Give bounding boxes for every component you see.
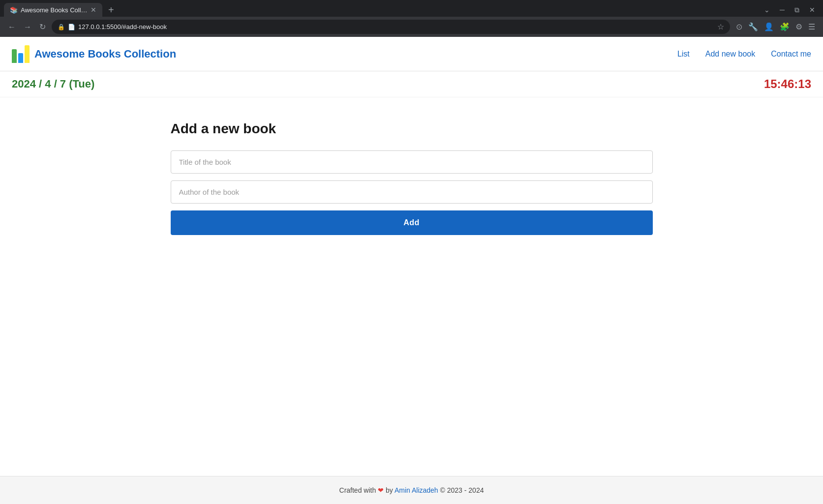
page-icon: 📄 (68, 24, 75, 30)
footer-middle: by (386, 486, 393, 494)
footer-prefix: Crafted with (339, 486, 376, 494)
navbar: Awesome Books Collection List Add new bo… (0, 37, 823, 71)
browser-toolbar: ← → ↻ 🔒 📄 127.0.0.1:5500/#add-new-book ☆… (0, 17, 823, 37)
footer-suffix: © 2023 - 2024 (440, 486, 484, 494)
tab-favicon-icon: 📚 (10, 6, 18, 14)
menu-icon[interactable]: ☰ (806, 20, 817, 33)
nav-link-add-new-book[interactable]: Add new book (705, 50, 755, 59)
settings-icon[interactable]: ⚙ (793, 20, 804, 33)
browser-chrome: 📚 Awesome Books Collecti ✕ + ⌄ ─ ⧉ ✕ ← →… (0, 0, 823, 37)
book-title-input[interactable] (171, 150, 653, 174)
main-content: Add a new book Add (0, 97, 823, 476)
forward-button[interactable]: → (22, 21, 33, 33)
tab-title: Awesome Books Collecti (21, 6, 88, 14)
logo-bar-blue (18, 53, 23, 63)
new-tab-button[interactable]: + (104, 4, 118, 16)
footer: Crafted with ❤ by Amin Alizadeh © 2023 -… (0, 476, 823, 504)
logo (12, 45, 30, 63)
url-display: 127.0.0.1:5500/#add-new-book (78, 23, 167, 30)
window-close-icon[interactable]: ✕ (805, 6, 819, 14)
window-minimize-icon[interactable]: ─ (776, 6, 789, 14)
reload-button[interactable]: ↻ (37, 20, 48, 33)
logo-bar-green (12, 49, 17, 63)
heart-icon: ❤ (378, 486, 384, 494)
address-text: 127.0.0.1:5500/#add-new-book (78, 23, 714, 30)
nav-link-list[interactable]: List (677, 50, 690, 59)
tab-close-icon[interactable]: ✕ (91, 6, 96, 14)
browser-right-icons: ⊙ 🔧 👤 🧩 ⚙ ☰ (734, 20, 817, 33)
browser-tab-active[interactable]: 📚 Awesome Books Collecti ✕ (4, 3, 102, 17)
profile-icon[interactable]: 👤 (762, 20, 776, 33)
pocket-icon[interactable]: ⊙ (734, 20, 744, 33)
current-time: 15:46:13 (764, 77, 811, 91)
current-date: 2024 / 4 / 7 (Tue) (12, 78, 94, 90)
window-restore-icon[interactable]: ⧉ (791, 6, 803, 14)
tab-minimize-icon[interactable]: ⌄ (760, 6, 774, 14)
back-button[interactable]: ← (6, 21, 18, 33)
app-title: Awesome Books Collection (34, 48, 176, 60)
address-bar[interactable]: 🔒 📄 127.0.0.1:5500/#add-new-book ☆ (52, 20, 730, 34)
security-icon: 🔒 (58, 24, 65, 30)
add-book-button[interactable]: Add (171, 210, 653, 235)
wrench-icon[interactable]: 🔧 (746, 20, 760, 33)
brand-link[interactable]: Awesome Books Collection (12, 45, 176, 63)
nav-link-contact-me[interactable]: Contact me (771, 50, 811, 59)
navbar-nav: List Add new book Contact me (677, 50, 811, 59)
form-heading: Add a new book (171, 121, 653, 137)
book-author-input[interactable] (171, 180, 653, 204)
add-book-form-container: Add a new book Add (171, 121, 653, 235)
author-link[interactable]: Amin Alizadeh (395, 486, 438, 494)
browser-tab-bar: 📚 Awesome Books Collecti ✕ + ⌄ ─ ⧉ ✕ (0, 0, 823, 17)
logo-bar-yellow (25, 45, 30, 63)
extensions-icon[interactable]: 🧩 (778, 20, 792, 33)
app: Awesome Books Collection List Add new bo… (0, 37, 823, 504)
bookmark-icon[interactable]: ☆ (717, 22, 724, 31)
datetime-bar: 2024 / 4 / 7 (Tue) 15:46:13 (0, 71, 823, 97)
